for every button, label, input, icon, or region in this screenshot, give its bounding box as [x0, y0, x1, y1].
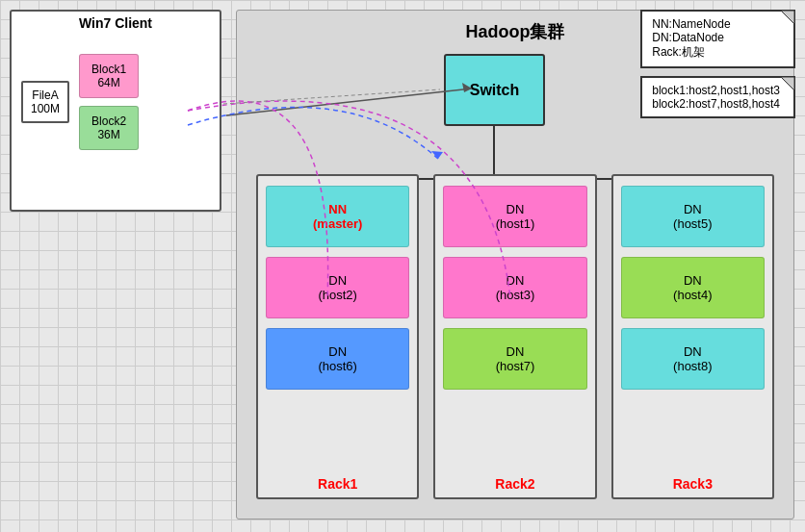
racks-row: NN(master) DN(host2) DN(host6) Rack1 DN(… — [256, 174, 774, 499]
dn-host7-node: DN(host7) — [443, 328, 586, 390]
svg-marker-5 — [781, 11, 794, 24]
dn-host5-node: DN(host5) — [621, 186, 765, 247]
block1-box: Block164M — [79, 54, 139, 98]
legend-area: NN:NameNode DN:DataNode Rack:机架 block1:h… — [640, 10, 795, 118]
switch-label: Switch — [470, 82, 520, 99]
block2-box: Block236M — [79, 106, 139, 150]
rack1-label: Rack1 — [258, 476, 417, 492]
svg-marker-6 — [781, 77, 794, 90]
rack3-label: Rack3 — [613, 476, 772, 492]
win7-client-title: Win7 Client — [12, 12, 220, 35]
file-label: FileA — [31, 89, 60, 102]
dn-host4-node: DN(host4) — [621, 257, 765, 318]
legend-box1: NN:NameNode DN:DataNode Rack:机架 — [640, 10, 795, 68]
rack3: DN(host5) DN(host4) DN(host8) Rack3 — [611, 174, 774, 499]
rack2-label: Rack2 — [435, 476, 594, 492]
dn-host1-node: DN(host1) — [443, 186, 586, 247]
dn-host3-node: DN(host3) — [443, 257, 586, 318]
legend-block2: block2:host7,host8,host4 — [652, 97, 780, 111]
rack1: NN(master) DN(host2) DN(host6) Rack1 — [256, 174, 419, 499]
dn-host2-node: DN(host2) — [266, 257, 409, 318]
legend-line3: Rack:机架 — [652, 44, 780, 61]
legend-line2: DN:DataNode — [652, 31, 780, 44]
legend-block1: block1:host2,host1,host3 — [652, 84, 780, 97]
win7-client-box: Win7 Client FileA 100M Block164M Block23… — [10, 10, 221, 212]
legend-line1: NN:NameNode — [652, 17, 780, 31]
rack2: DN(host1) DN(host3) DN(host7) Rack2 — [433, 174, 596, 499]
switch-box: Switch — [444, 54, 545, 126]
blocks-column: Block164M Block236M — [79, 54, 139, 150]
file-box: FileA 100M — [21, 81, 69, 123]
dn-host6-node: DN(host6) — [266, 328, 409, 390]
dn-host8-node: DN(host8) — [621, 328, 765, 390]
legend-box2: block1:host2,host1,host3 block2:host7,ho… — [640, 76, 795, 118]
dogear1 — [781, 11, 794, 24]
file-size: 100M — [31, 102, 60, 115]
dogear2 — [781, 77, 794, 90]
nn-master-node: NN(master) — [266, 186, 409, 247]
